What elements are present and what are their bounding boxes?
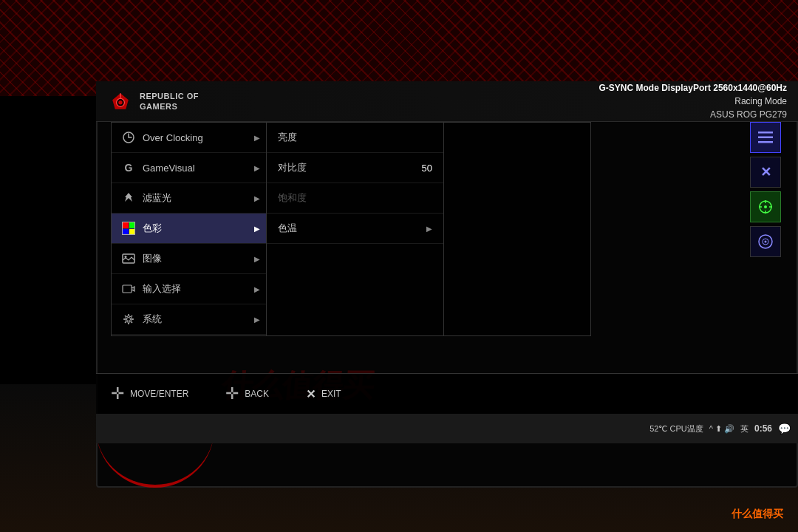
image-icon <box>120 250 137 267</box>
main-menu-panel: Over Clocking ▶ G GameVisual ▶ 滤蓝光 ▶ <box>111 122 266 336</box>
submenu-saturation: 饱和度 <box>267 183 443 214</box>
taskbar-time: 0:56 <box>754 423 772 434</box>
rog-eye-icon <box>107 88 134 115</box>
colortemp-label: 色温 <box>278 222 297 235</box>
system-arrow: ▶ <box>254 316 260 324</box>
display-info: G-SYNC Mode DisplayPort 2560x1440@60Hz R… <box>599 81 787 121</box>
overclocking-icon <box>120 129 137 146</box>
submenu-empty-1 <box>267 244 443 274</box>
system-label: 系统 <box>143 313 162 326</box>
svg-point-15 <box>764 205 767 208</box>
right-sidebar: ✕ <box>750 122 783 257</box>
color-arrow: ▶ <box>254 225 260 233</box>
saturation-label: 饱和度 <box>278 191 307 205</box>
taskbar: 52℃ CPU温度 ^ ⬆ 🔊 英 0:56 💬 <box>96 414 798 443</box>
gamevisual-arrow: ▶ <box>254 164 260 172</box>
svg-point-1 <box>118 100 122 104</box>
menu-item-bluefilter[interactable]: 滤蓝光 ▶ <box>112 183 266 214</box>
contrast-label: 对比度 <box>278 161 307 174</box>
dpad-move-icon: ✛ <box>111 384 124 403</box>
mode-info: Racing Mode <box>599 95 787 108</box>
submenu-panel: 亮度 对比度 50 饱和度 色温 ▶ <box>266 122 443 336</box>
sidebar-menu-icon[interactable] <box>750 122 781 153</box>
contrast-value: 50 <box>422 163 432 174</box>
exit-x-icon: ✕ <box>306 387 316 401</box>
colortemp-arrow: ▶ <box>426 225 432 233</box>
value-panel <box>443 122 591 336</box>
svg-rect-9 <box>758 141 773 143</box>
overclocking-label: Over Clocking <box>143 132 203 143</box>
system-icon <box>120 311 137 327</box>
exit-label: EXIT <box>321 389 341 399</box>
submenu-empty-2 <box>267 274 443 304</box>
svg-rect-7 <box>758 132 773 134</box>
color-swatch-icon <box>122 222 135 235</box>
bluefilter-arrow: ▶ <box>254 194 260 202</box>
menu-item-input[interactable]: 输入选择 ▶ <box>112 274 266 304</box>
submenu-colortemp[interactable]: 色温 ▶ <box>267 214 443 244</box>
menu-item-gamevisual[interactable]: G GameVisual ▶ <box>112 153 266 183</box>
submenu-contrast[interactable]: 对比度 50 <box>267 153 443 183</box>
color-icon <box>120 220 137 236</box>
menu-item-system[interactable]: 系统 ▶ <box>112 304 266 335</box>
image-label: 图像 <box>143 252 162 265</box>
rog-brand-text: REPUBLIC OF GAMERS <box>140 91 199 112</box>
menu-item-image[interactable]: 图像 ▶ <box>112 244 266 274</box>
nav-exit: ✕ EXIT <box>306 387 341 401</box>
sync-info: G-SYNC Mode DisplayPort 2560x1440@60Hz <box>599 81 787 95</box>
input-arrow: ▶ <box>254 285 260 293</box>
input-icon <box>120 281 137 297</box>
osd-container: Over Clocking ▶ G GameVisual ▶ 滤蓝光 ▶ <box>111 122 783 336</box>
bluefilter-icon <box>120 190 137 206</box>
nav-bar: ✛ MOVE/ENTER ✛ BACK ✕ EXIT <box>96 373 798 414</box>
taskbar-lang: 英 <box>740 423 748 434</box>
back-label: BACK <box>245 389 269 399</box>
bluefilter-label: 滤蓝光 <box>143 191 171 205</box>
header-bar: REPUBLIC OF GAMERS G-SYNC Mode DisplayPo… <box>96 81 798 122</box>
sidebar-sniper-icon[interactable] <box>750 226 781 257</box>
rog-logo: REPUBLIC OF GAMERS <box>107 88 199 115</box>
nav-move-enter: ✛ MOVE/ENTER <box>111 384 188 403</box>
sidebar-close-icon[interactable]: ✕ <box>750 157 781 188</box>
menu-item-color[interactable]: 色彩 ▶ <box>112 214 266 244</box>
svg-point-6 <box>127 318 131 321</box>
nav-back: ✛ BACK <box>225 384 269 403</box>
input-label: 输入选择 <box>143 282 181 296</box>
chat-icon: 💬 <box>778 423 791 434</box>
svg-point-18 <box>765 241 767 243</box>
taskbar-icons: ^ ⬆ 🔊 <box>709 424 734 434</box>
submenu-brightness[interactable]: 亮度 <box>267 123 443 153</box>
model-info: ASUS ROG PG279 <box>599 108 787 121</box>
dpad-back-icon: ✛ <box>225 384 239 403</box>
svg-rect-8 <box>758 137 773 139</box>
image-arrow: ▶ <box>254 255 260 263</box>
overclocking-arrow: ▶ <box>254 134 260 142</box>
svg-point-4 <box>125 256 127 258</box>
gamevisual-icon: G <box>120 160 137 176</box>
submenu-empty-3 <box>267 304 443 335</box>
sidebar-crosshair-icon[interactable] <box>750 191 781 222</box>
gamevisual-label: GameVisual <box>143 163 195 174</box>
svg-rect-5 <box>123 285 132 293</box>
menu-item-overclocking[interactable]: Over Clocking ▶ <box>112 123 266 153</box>
brand-logo-watermark: 什么值得买 <box>732 508 783 521</box>
color-label: 色彩 <box>143 222 162 235</box>
move-enter-label: MOVE/ENTER <box>130 389 188 399</box>
cpu-temp: 52℃ CPU温度 <box>649 423 703 434</box>
brightness-label: 亮度 <box>278 131 297 144</box>
